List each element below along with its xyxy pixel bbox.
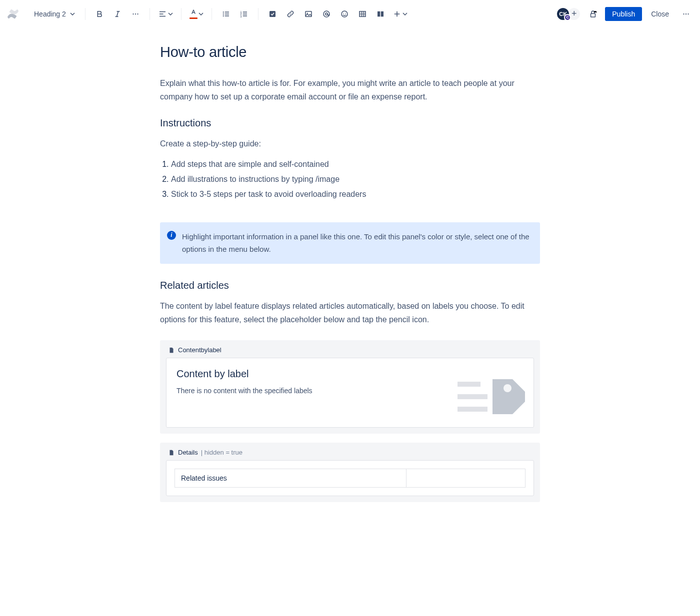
text-align-button[interactable] (156, 6, 175, 22)
svg-rect-26 (458, 407, 488, 412)
separator (212, 8, 212, 20)
table-cell-label[interactable]: Related issues (175, 469, 406, 488)
svg-point-2 (137, 13, 138, 14)
text-color-button[interactable] (188, 6, 206, 22)
more-actions-button[interactable] (678, 6, 694, 22)
text-style-label: Heading 2 (34, 10, 66, 18)
editor-content[interactable]: How-to article Explain what this how-to … (160, 28, 540, 542)
intro-paragraph[interactable]: Explain what this how-to article is for.… (160, 76, 540, 103)
separator (181, 8, 182, 20)
svg-point-4 (222, 13, 224, 14)
separator (85, 8, 86, 20)
collaborator-avatars: CK C + (556, 7, 581, 21)
editor-toolbar: Heading 2 123 (0, 0, 700, 28)
svg-point-12 (324, 11, 330, 17)
svg-point-27 (504, 384, 512, 392)
restrictions-button[interactable] (585, 6, 601, 22)
list-item[interactable]: Add illustrations to instructions by typ… (171, 172, 540, 187)
action-item-button[interactable] (264, 6, 280, 22)
text-color-swatch (190, 17, 198, 19)
list-item[interactable]: Add steps that are simple and self-conta… (171, 157, 540, 172)
svg-point-5 (222, 15, 224, 16)
svg-point-16 (345, 12, 346, 13)
table-cell-value[interactable] (406, 469, 525, 488)
instructions-lead[interactable]: Create a step-by-step guide: (160, 137, 540, 150)
svg-point-3 (222, 11, 224, 12)
separator (258, 8, 258, 20)
svg-rect-20 (591, 13, 596, 17)
avatar-badge: C (564, 14, 571, 21)
macro-header: Contentbylabel (166, 346, 534, 354)
related-articles-heading[interactable]: Related articles (160, 280, 540, 291)
bold-button[interactable] (92, 6, 108, 22)
more-formatting-button[interactable] (128, 6, 144, 22)
macro-name: Details (178, 449, 198, 456)
insert-button[interactable] (390, 6, 410, 22)
svg-rect-24 (458, 382, 480, 387)
info-panel[interactable]: i Highlight important information in a p… (160, 222, 540, 264)
svg-rect-25 (458, 394, 488, 399)
mention-button[interactable] (318, 6, 334, 22)
panel-text[interactable]: Highlight important information in a pan… (182, 230, 532, 256)
svg-point-0 (132, 13, 134, 14)
layouts-button[interactable] (372, 6, 388, 22)
svg-point-15 (343, 12, 344, 13)
svg-point-22 (686, 13, 686, 14)
macro-body: Related issues (166, 460, 534, 496)
svg-rect-18 (378, 11, 380, 16)
table-button[interactable] (354, 6, 370, 22)
label-illustration-icon (458, 374, 528, 424)
bullet-list-button[interactable] (218, 6, 234, 22)
details-macro[interactable]: Details | hidden = true Related issues (160, 443, 540, 502)
macro-body: Content by label There is no content wit… (166, 358, 534, 428)
svg-rect-17 (360, 11, 366, 16)
chevron-down-icon (402, 11, 408, 16)
steps-list[interactable]: Add steps that are simple and self-conta… (160, 157, 540, 202)
svg-point-21 (683, 13, 684, 14)
macro-name: Contentbylabel (178, 346, 222, 354)
content-by-label-macro[interactable]: Contentbylabel Content by label There is… (160, 340, 540, 434)
table-row[interactable]: Related issues (175, 469, 526, 488)
publish-button[interactable]: Publish (605, 7, 642, 21)
svg-point-1 (135, 13, 136, 14)
details-table[interactable]: Related issues (174, 469, 526, 488)
chevron-down-icon (168, 11, 173, 16)
chevron-down-icon (198, 11, 204, 16)
info-icon: i (167, 231, 176, 240)
italic-button[interactable] (110, 6, 126, 22)
related-intro[interactable]: The content by label feature displays re… (160, 299, 540, 326)
document-icon (168, 449, 175, 456)
svg-rect-9 (270, 11, 276, 17)
svg-text:3: 3 (240, 14, 242, 17)
close-button[interactable]: Close (646, 7, 674, 21)
separator (150, 8, 150, 20)
macro-meta: | hidden = true (201, 449, 242, 456)
list-item[interactable]: Stick to 3-5 steps per task to avoid ove… (171, 187, 540, 202)
emoji-button[interactable] (336, 6, 352, 22)
user-avatar[interactable]: CK C (556, 7, 570, 21)
confluence-logo-icon (6, 7, 20, 21)
document-icon (168, 347, 175, 354)
svg-rect-10 (306, 11, 312, 16)
text-style-select[interactable]: Heading 2 (30, 8, 79, 20)
svg-rect-19 (381, 11, 384, 16)
image-button[interactable] (300, 6, 316, 22)
svg-point-14 (342, 11, 348, 17)
macro-header: Details | hidden = true (166, 449, 534, 456)
numbered-list-button[interactable]: 123 (236, 6, 252, 22)
svg-point-23 (688, 13, 688, 14)
instructions-heading[interactable]: Instructions (160, 117, 540, 129)
chevron-down-icon (70, 11, 75, 16)
page-title[interactable]: How-to article (160, 44, 540, 60)
link-button[interactable] (282, 6, 298, 22)
